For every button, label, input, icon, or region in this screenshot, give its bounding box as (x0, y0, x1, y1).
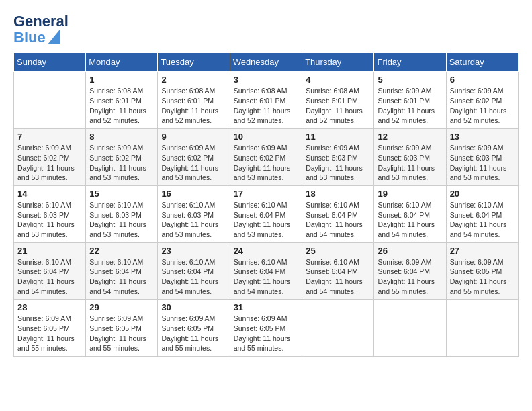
logo-text-general: General (13, 13, 69, 30)
day-number: 31 (234, 302, 299, 312)
day-number: 28 (17, 302, 82, 312)
calendar-header-monday: Monday (86, 53, 158, 72)
day-info: Sunrise: 6:09 AM Sunset: 6:02 PM Dayligh… (234, 143, 299, 183)
day-info: Sunrise: 6:10 AM Sunset: 6:03 PM Dayligh… (161, 200, 226, 240)
logo: General Blue (13, 13, 70, 46)
day-info: Sunrise: 6:10 AM Sunset: 6:03 PM Dayligh… (89, 200, 154, 240)
calendar-cell: 15Sunrise: 6:10 AM Sunset: 6:03 PM Dayli… (86, 185, 158, 242)
day-number: 18 (306, 189, 370, 199)
day-number: 13 (450, 132, 515, 142)
day-number: 15 (89, 189, 154, 199)
calendar-header-friday: Friday (374, 53, 446, 72)
day-number: 27 (450, 246, 515, 256)
calendar-cell: 20Sunrise: 6:10 AM Sunset: 6:04 PM Dayli… (446, 185, 518, 242)
calendar-cell (14, 72, 86, 129)
calendar-cell: 29Sunrise: 6:09 AM Sunset: 6:05 PM Dayli… (86, 300, 158, 357)
day-info: Sunrise: 6:09 AM Sunset: 6:02 PM Dayligh… (89, 143, 154, 183)
calendar-week-row: 7Sunrise: 6:09 AM Sunset: 6:02 PM Daylig… (14, 129, 519, 186)
calendar-cell: 18Sunrise: 6:10 AM Sunset: 6:04 PM Dayli… (302, 185, 374, 242)
day-number: 3 (234, 75, 299, 85)
calendar-cell: 27Sunrise: 6:09 AM Sunset: 6:05 PM Dayli… (446, 242, 518, 300)
calendar-cell: 25Sunrise: 6:10 AM Sunset: 6:04 PM Dayli… (302, 242, 374, 300)
calendar-week-row: 14Sunrise: 6:10 AM Sunset: 6:03 PM Dayli… (14, 185, 519, 242)
calendar-cell: 5Sunrise: 6:09 AM Sunset: 6:01 PM Daylig… (374, 72, 446, 129)
day-number: 20 (450, 189, 515, 199)
day-number: 12 (378, 132, 442, 142)
day-info: Sunrise: 6:09 AM Sunset: 6:03 PM Dayligh… (378, 143, 442, 183)
day-number: 19 (378, 189, 442, 199)
calendar-cell: 28Sunrise: 6:09 AM Sunset: 6:05 PM Dayli… (14, 300, 86, 357)
day-number: 5 (378, 75, 442, 85)
calendar-cell: 31Sunrise: 6:09 AM Sunset: 6:05 PM Dayli… (230, 300, 302, 357)
calendar-cell: 9Sunrise: 6:09 AM Sunset: 6:02 PM Daylig… (158, 129, 230, 186)
calendar-week-row: 21Sunrise: 6:10 AM Sunset: 6:04 PM Dayli… (14, 242, 519, 300)
calendar-header-row: SundayMondayTuesdayWednesdayThursdayFrid… (14, 53, 519, 72)
calendar-cell (446, 300, 518, 357)
calendar-cell: 30Sunrise: 6:09 AM Sunset: 6:05 PM Dayli… (158, 300, 230, 357)
day-number: 7 (17, 132, 82, 142)
calendar-cell: 1Sunrise: 6:08 AM Sunset: 6:01 PM Daylig… (86, 72, 158, 129)
day-info: Sunrise: 6:08 AM Sunset: 6:01 PM Dayligh… (234, 86, 299, 126)
day-info: Sunrise: 6:09 AM Sunset: 6:05 PM Dayligh… (450, 257, 515, 297)
day-info: Sunrise: 6:09 AM Sunset: 6:05 PM Dayligh… (234, 314, 299, 353)
day-number: 1 (89, 75, 154, 85)
day-info: Sunrise: 6:08 AM Sunset: 6:01 PM Dayligh… (161, 86, 226, 126)
day-number: 10 (234, 132, 299, 142)
calendar-cell: 6Sunrise: 6:09 AM Sunset: 6:02 PM Daylig… (446, 72, 518, 129)
calendar-cell: 17Sunrise: 6:10 AM Sunset: 6:04 PM Dayli… (230, 185, 302, 242)
day-info: Sunrise: 6:10 AM Sunset: 6:04 PM Dayligh… (234, 257, 299, 297)
svg-marker-0 (48, 30, 60, 44)
calendar-cell: 8Sunrise: 6:09 AM Sunset: 6:02 PM Daylig… (86, 129, 158, 186)
day-info: Sunrise: 6:10 AM Sunset: 6:04 PM Dayligh… (17, 257, 82, 297)
day-info: Sunrise: 6:08 AM Sunset: 6:01 PM Dayligh… (306, 86, 370, 126)
day-info: Sunrise: 6:10 AM Sunset: 6:04 PM Dayligh… (89, 257, 154, 297)
day-info: Sunrise: 6:10 AM Sunset: 6:03 PM Dayligh… (17, 200, 82, 240)
day-number: 29 (89, 302, 154, 312)
day-info: Sunrise: 6:10 AM Sunset: 6:04 PM Dayligh… (306, 200, 370, 240)
calendar-cell: 26Sunrise: 6:09 AM Sunset: 6:04 PM Dayli… (374, 242, 446, 300)
calendar-cell: 16Sunrise: 6:10 AM Sunset: 6:03 PM Dayli… (158, 185, 230, 242)
logo-triangle-icon (48, 30, 60, 44)
day-number: 2 (161, 75, 226, 85)
day-number: 17 (234, 189, 299, 199)
day-info: Sunrise: 6:10 AM Sunset: 6:04 PM Dayligh… (450, 200, 515, 240)
calendar-cell: 24Sunrise: 6:10 AM Sunset: 6:04 PM Dayli… (230, 242, 302, 300)
day-number: 6 (450, 75, 515, 85)
day-number: 25 (306, 246, 370, 256)
calendar-week-row: 28Sunrise: 6:09 AM Sunset: 6:05 PM Dayli… (14, 300, 519, 357)
calendar-cell: 19Sunrise: 6:10 AM Sunset: 6:04 PM Dayli… (374, 185, 446, 242)
day-number: 24 (234, 246, 299, 256)
day-number: 21 (17, 246, 82, 256)
day-info: Sunrise: 6:10 AM Sunset: 6:04 PM Dayligh… (306, 257, 370, 297)
day-info: Sunrise: 6:09 AM Sunset: 6:03 PM Dayligh… (306, 143, 370, 183)
day-info: Sunrise: 6:09 AM Sunset: 6:02 PM Dayligh… (161, 143, 226, 183)
day-info: Sunrise: 6:09 AM Sunset: 6:02 PM Dayligh… (17, 143, 82, 183)
calendar-cell: 14Sunrise: 6:10 AM Sunset: 6:03 PM Dayli… (14, 185, 86, 242)
calendar-cell: 7Sunrise: 6:09 AM Sunset: 6:02 PM Daylig… (14, 129, 86, 186)
day-info: Sunrise: 6:09 AM Sunset: 6:01 PM Dayligh… (378, 86, 442, 126)
day-number: 22 (89, 246, 154, 256)
day-number: 30 (161, 302, 226, 312)
day-info: Sunrise: 6:10 AM Sunset: 6:04 PM Dayligh… (161, 257, 226, 297)
day-number: 16 (161, 189, 226, 199)
calendar-header-saturday: Saturday (446, 53, 518, 72)
day-number: 4 (306, 75, 370, 85)
day-info: Sunrise: 6:08 AM Sunset: 6:01 PM Dayligh… (89, 86, 154, 126)
day-number: 9 (161, 132, 226, 142)
day-info: Sunrise: 6:09 AM Sunset: 6:05 PM Dayligh… (17, 314, 82, 353)
day-number: 23 (161, 246, 226, 256)
day-info: Sunrise: 6:09 AM Sunset: 6:03 PM Dayligh… (450, 143, 515, 183)
calendar-cell: 4Sunrise: 6:08 AM Sunset: 6:01 PM Daylig… (302, 72, 374, 129)
calendar-header-tuesday: Tuesday (158, 53, 230, 72)
day-info: Sunrise: 6:09 AM Sunset: 6:04 PM Dayligh… (378, 257, 442, 297)
calendar-cell: 12Sunrise: 6:09 AM Sunset: 6:03 PM Dayli… (374, 129, 446, 186)
calendar-cell: 2Sunrise: 6:08 AM Sunset: 6:01 PM Daylig… (158, 72, 230, 129)
calendar-week-row: 1Sunrise: 6:08 AM Sunset: 6:01 PM Daylig… (14, 72, 519, 129)
calendar-header-thursday: Thursday (302, 53, 374, 72)
calendar-cell: 21Sunrise: 6:10 AM Sunset: 6:04 PM Dayli… (14, 242, 86, 300)
day-number: 11 (306, 132, 370, 142)
calendar-cell: 10Sunrise: 6:09 AM Sunset: 6:02 PM Dayli… (230, 129, 302, 186)
day-info: Sunrise: 6:09 AM Sunset: 6:05 PM Dayligh… (161, 314, 226, 353)
calendar-cell: 22Sunrise: 6:10 AM Sunset: 6:04 PM Dayli… (86, 242, 158, 300)
header: General Blue (13, 13, 519, 46)
